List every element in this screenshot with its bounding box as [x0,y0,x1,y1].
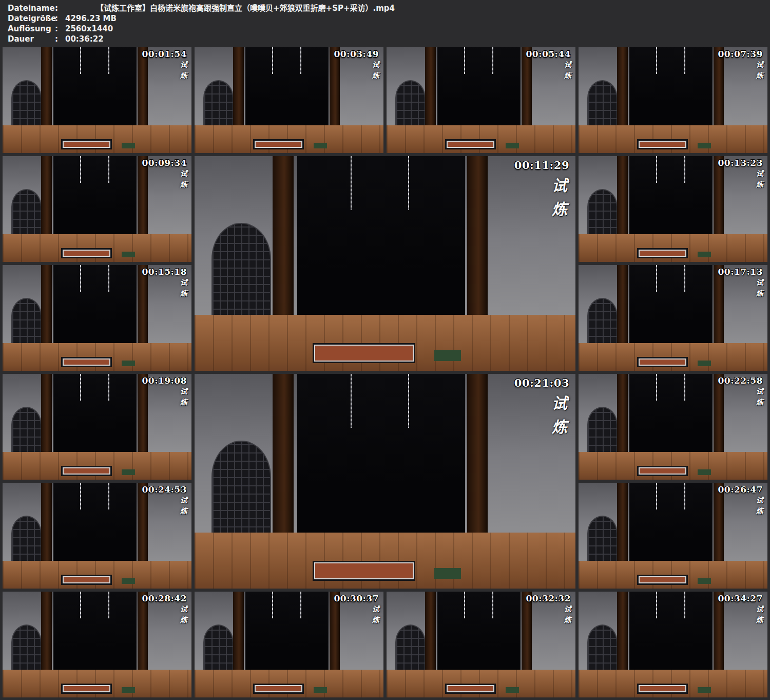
scene-black-curtain [629,156,713,236]
separator: : [55,34,65,44]
scene-pillar-left [41,592,51,673]
metadata-row-filename: Dateiname:【试炼工作室】白杨诺米旗袍高跟强制直立（噗噗贝+郊狼双重折磨… [8,3,770,13]
scene-green-pad [122,578,135,583]
separator: : [55,13,65,24]
scene-pillar-right [467,374,488,539]
video-thumbnail: 00:17:13 试炼 [579,265,767,371]
scene-pillar-right [714,483,724,564]
scene-arched-window [11,625,42,672]
video-frame-placeholder [579,374,767,480]
studio-watermark: 试炼 [754,497,764,518]
scene-chain-left [80,265,81,292]
scene-green-pad [434,350,461,361]
scene-chain-left [80,47,81,74]
scene-black-curtain [53,156,137,236]
video-frame-placeholder [3,265,191,371]
scene-red-mat [445,684,496,694]
scene-chain-left [351,374,352,428]
scene-pillar-left [617,483,627,564]
scene-arched-window [11,298,42,346]
scene-pillar-right [522,592,532,673]
resolution-label: Auflösung [8,24,55,34]
video-thumbnail: 00:22:58 试炼 [579,374,767,480]
timestamp-overlay: 00:22:58 [718,375,763,386]
scene-black-curtain [629,265,713,345]
scene-green-pad [506,687,519,692]
scene-red-mat [445,139,496,149]
video-thumbnail: 00:01:54 试炼 [3,47,191,153]
scene-red-mat [253,684,304,694]
scene-chain-right [684,156,685,183]
scene-black-curtain [245,47,329,127]
scene-red-mat [61,357,112,367]
scene-pillar-left [41,265,51,347]
scene-arched-window [211,223,271,318]
scene-arched-window [211,441,271,536]
video-frame-placeholder [579,592,767,697]
timestamp-overlay: 00:21:03 [514,376,569,389]
scene-chain-left [656,47,657,74]
studio-watermark: 试炼 [562,61,572,83]
timestamp-overlay: 00:34:27 [718,593,763,603]
scene-pillar-right [330,592,340,673]
scene-green-pad [122,361,135,366]
scene-arched-window [395,80,426,128]
timestamp-overlay: 00:01:54 [142,49,187,59]
scene-arched-window [587,298,618,346]
video-thumbnail: 00:13:23 试炼 [579,156,767,262]
scene-chain-left [80,592,81,618]
scene-black-curtain [297,374,465,535]
scene-chain-right [108,156,109,183]
timestamp-overlay: 00:11:29 [514,159,569,172]
timestamp-overlay: 00:30:37 [334,593,379,603]
timestamp-overlay: 00:07:39 [718,49,763,59]
video-frame-placeholder [3,592,191,697]
video-thumbnail: 00:28:42 试炼 [3,592,191,697]
metadata-row-duration: Dauer:00:36:22 [8,34,770,44]
video-frame-placeholder [579,483,767,589]
metadata-row-resolution: Auflösung:2560x1440 [8,24,770,34]
scene-arched-window [587,516,618,563]
scene-pillar-right [714,156,724,238]
scene-black-curtain [629,483,713,562]
scene-chain-right [492,592,493,618]
scene-chain-left [80,374,81,401]
timestamp-overlay: 00:26:47 [718,484,763,495]
video-thumbnail: 00:30:37 试炼 [195,592,383,697]
video-thumbnail: 00:26:47 试炼 [579,483,767,589]
scene-pillar-left [617,156,627,238]
timestamp-overlay: 00:17:13 [718,267,763,277]
scene-pillar-right [138,265,148,347]
scene-arched-window [395,625,426,672]
studio-watermark: 试炼 [562,606,572,627]
scene-chain-right [108,374,109,401]
timestamp-overlay: 00:09:34 [142,158,187,168]
scene-chain-right [108,483,109,509]
video-frame-placeholder [3,156,191,262]
scene-black-curtain [629,592,713,671]
separator: : [55,24,65,34]
scene-red-mat [61,248,112,258]
scene-black-curtain [629,374,713,453]
scene-chain-left [656,265,657,292]
scene-black-curtain [53,374,137,453]
timestamp-overlay: 00:28:42 [142,593,187,603]
studio-watermark: 试炼 [178,388,188,409]
scene-arched-window [11,516,42,563]
scene-black-curtain [53,592,137,671]
scene-red-mat [61,684,112,694]
resolution-value: 2560x1440 [65,24,113,34]
scene-chain-right [408,374,409,428]
video-frame-placeholder [195,47,383,153]
scene-pillar-right [138,374,148,456]
video-thumbnail: 00:24:53 试炼 [3,483,191,589]
scene-pillar-right [138,47,148,129]
scene-chain-right [684,374,685,401]
scene-pillar-left [41,47,51,129]
scene-pillar-right [330,47,340,129]
scene-chain-left [351,156,352,210]
studio-watermark: 试炼 [370,61,380,83]
scene-red-mat [61,575,112,585]
scene-red-mat [637,139,688,149]
scene-arched-window [587,189,618,237]
